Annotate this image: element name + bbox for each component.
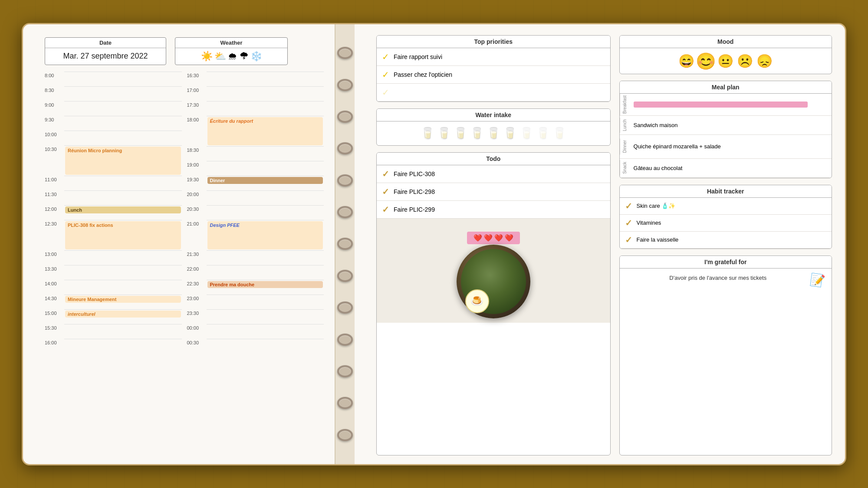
event-rapport: Écriture du rapport — [207, 117, 323, 145]
glass-3: 🥛 — [454, 127, 467, 140]
partly-cloudy-icon: ⛅ — [214, 51, 226, 62]
glass-6: 🥛 — [503, 127, 517, 140]
top-priorities-title: Top priorities — [377, 36, 610, 48]
slot-1730: 17:30 — [187, 101, 324, 116]
mood-section: Mood 😄 😊 😐 ☹️ 😞 — [619, 35, 832, 74]
lunch-content: Sandwich maison — [629, 119, 832, 131]
weather-box: Weather ☀️ ⛅ 🌧 🌩 ❄️ — [175, 37, 288, 65]
slot-1130: 11:30 — [45, 190, 182, 205]
spiral-ring-6 — [337, 206, 353, 218]
slot-1300: 13:00 — [45, 250, 182, 265]
mood-face-5[interactable]: 😞 — [756, 53, 773, 69]
habit-check-1: ✓ — [625, 201, 632, 211]
todo-check-1: ✓ — [382, 169, 389, 179]
slot-1930: 19:30 Dinner — [187, 176, 324, 190]
event-dinner: Dinner — [207, 177, 323, 184]
event-lunch: Lunch — [65, 206, 181, 213]
event-interculturel: interculturel — [65, 311, 181, 318]
mood-faces[interactable]: 😄 😊 😐 ☹️ 😞 — [620, 48, 832, 74]
slot-1800: 18:00 Écriture du rapport — [187, 116, 324, 146]
right-col-left: Top priorities ✓ Faire rapport suivi ✓ P… — [376, 35, 611, 455]
slot-2100: 21:00 Design PFEE — [187, 220, 324, 250]
quiche-crust — [454, 242, 534, 322]
slot-1500: 15:00 interculturel — [45, 309, 182, 324]
top-priorities-section: Top priorities ✓ Faire rapport suivi ✓ P… — [376, 35, 611, 102]
todo-item-1: ✓ Faire PLIC-308 — [377, 165, 610, 183]
habit-item-1: ✓ Skin care 🧴✨ — [620, 198, 832, 215]
schedule-right-col: 16:30 17:00 17:30 18:00 Écriture du rapp… — [187, 72, 324, 354]
glass-5: 🥛 — [487, 127, 500, 140]
habit-check-3: ✓ — [625, 235, 632, 245]
water-glasses: 🥛 🥛 🥛 🥛 🥛 🥛 🥛 🥛 🥛 — [377, 121, 610, 145]
priority-item-3: ✓ — [377, 84, 610, 102]
todo-image-area: ❤️❤️❤️❤️ 🍮 — [377, 219, 610, 323]
mood-face-3[interactable]: 😐 — [717, 53, 733, 69]
spiral-ring-8 — [337, 270, 353, 282]
todo-text-3: Faire PLIC-299 — [394, 206, 435, 213]
mood-face-2[interactable]: 😊 — [696, 51, 716, 70]
spiral-ring-1 — [337, 47, 353, 59]
glass-2: 🥛 — [437, 127, 451, 140]
grateful-title: I'm grateful for — [620, 256, 832, 269]
slot-1200: 12:00 Lunch — [45, 205, 182, 220]
event-douche: Prendre ma douche — [207, 281, 323, 288]
slot-1400: 14:00 — [45, 280, 182, 295]
breakfast-label: Breakfast — [620, 94, 629, 115]
sun-icon: ☀️ — [201, 51, 213, 62]
habit-check-2: ✓ — [625, 218, 632, 228]
spiral-ring-4 — [337, 142, 353, 154]
weather-label: Weather — [175, 38, 287, 48]
slot-1100: 11:00 — [45, 176, 182, 190]
slot-1030: 10:30 Réunion Micro planning — [45, 145, 182, 176]
spiral-ring-3 — [337, 111, 353, 123]
slot-2230: 22:30 Prendre ma douche — [187, 280, 324, 295]
slot-2000: 20:00 — [187, 190, 324, 205]
slot-1830: 18:30 — [187, 146, 324, 161]
mood-face-1[interactable]: 😄 — [678, 53, 694, 69]
mood-face-4[interactable]: ☹️ — [737, 53, 753, 69]
header-row: Date Mar. 27 septembre 2022 Weather ☀️ ⛅… — [45, 37, 324, 65]
glass-4: 🥛 — [470, 127, 484, 140]
grateful-section: I'm grateful for D'avoir pris de l'avanc… — [619, 255, 832, 455]
grateful-text: D'avoir pris de l'avance sur mes tickets — [669, 275, 766, 281]
spiral-ring-13 — [337, 429, 353, 441]
slot-930: 9:30 — [45, 116, 182, 131]
todo-check-2: ✓ — [382, 187, 389, 197]
priority-item-2: ✓ Passer chez l'opticien — [377, 66, 610, 84]
glass-9: 🥛 — [552, 127, 566, 140]
water-intake-section: Water intake 🥛 🥛 🥛 🥛 🥛 🥛 🥛 🥛 🥛 — [376, 108, 611, 146]
slot-1700: 17:00 — [187, 86, 324, 101]
todo-item-3: ✓ Faire PLIC-299 — [377, 201, 610, 219]
habit-tracker-title: Habit tracker — [620, 185, 832, 198]
slot-2300: 23:00 — [187, 295, 324, 309]
meal-plan-section: Meal plan Breakfast Lunch Sandwich maiso… — [619, 81, 832, 178]
snack-content: Gâteau au chocolat — [629, 162, 832, 174]
slot-1430: 14:30 Mineure Management — [45, 295, 182, 309]
glass-1: 🥛 — [421, 127, 434, 140]
todo-check-3: ✓ — [382, 204, 389, 215]
weather-icons: ☀️ ⛅ 🌧 🌩 ❄️ — [175, 48, 287, 65]
check-icon-3: ✓ — [382, 87, 389, 98]
glass-8: 🥛 — [536, 127, 550, 140]
spiral-ring-2 — [337, 79, 353, 91]
rain-icon: 🌧 — [228, 51, 237, 62]
water-title: Water intake — [377, 109, 610, 121]
spiral-ring-9 — [337, 301, 353, 314]
todo-text-2: Faire PLIC-298 — [394, 188, 435, 195]
planner: Date Mar. 27 septembre 2022 Weather ☀️ ⛅… — [22, 23, 846, 465]
habit-text-3: Faire la vaisselle — [637, 236, 679, 243]
right-col-right: Mood 😄 😊 😐 ☹️ 😞 Meal plan Breakfast — [619, 35, 832, 455]
snow-icon: ❄️ — [250, 51, 262, 62]
habit-item-3: ✓ Faire la vaisselle — [620, 232, 832, 249]
snack-label: Snack — [620, 160, 629, 176]
slot-1530: 15:30 — [45, 324, 182, 339]
slot-0030: 00:30 — [187, 339, 324, 354]
event-plic308: PLIC-308 fix actions — [65, 221, 181, 249]
spiral-ring-7 — [337, 238, 353, 250]
event-design-pfee: Design PFEE — [207, 221, 323, 249]
note-sticker: 📝 — [809, 271, 826, 291]
slot-2200: 22:00 — [187, 265, 324, 280]
breakfast-content — [629, 99, 832, 110]
event-mineure: Mineure Management — [65, 296, 181, 303]
left-page: Date Mar. 27 septembre 2022 Weather ☀️ ⛅… — [23, 24, 335, 464]
